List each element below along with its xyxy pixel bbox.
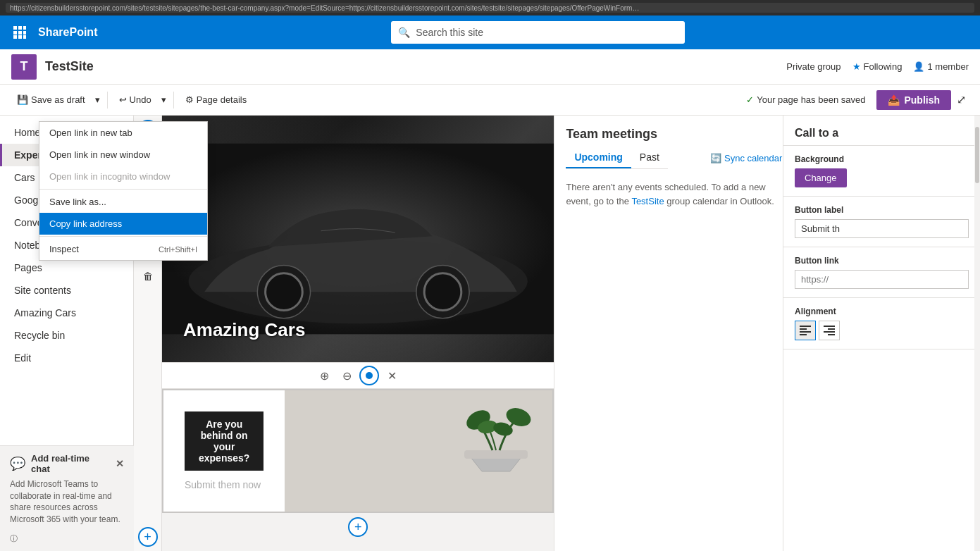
publish-label: Publish (904, 94, 940, 106)
waffle-icon[interactable] (8, 21, 31, 44)
right-panel: Call to a Background Change Button label… (783, 116, 980, 551)
context-open-incognito: Open link in incognito window (39, 166, 207, 187)
undo-icon: ↩ (119, 94, 127, 105)
delete-section-button[interactable]: 🗑 (137, 265, 159, 287)
add-webpart-bottom-button[interactable]: + (138, 527, 158, 547)
svg-rect-28 (828, 334, 835, 335)
cta-inner: Are you behind on your expenses? Submit … (163, 390, 552, 512)
sidebar-item-site-contents[interactable]: Site contents (0, 279, 133, 302)
section-controls-bar: ⊕ ⊖ ✕ (162, 362, 554, 389)
button-link-input[interactable] (795, 270, 969, 289)
page-content: Amazing Cars ⊕ ⊖ ✕ Are you behind on you… (162, 116, 783, 551)
teams-chat-widget: 💬 Add real-time chat ✕ Add Microsoft Tea… (0, 445, 134, 551)
add-section-row: + (162, 513, 554, 541)
teams-chat-header: 💬 Add real-time chat ✕ (10, 453, 124, 474)
app-name[interactable]: SharePoint (38, 26, 97, 39)
alignment-section: Alignment (783, 298, 980, 349)
checkmark-icon: ✓ (746, 94, 754, 105)
person-icon: 👤 (913, 61, 924, 72)
align-right-button[interactable] (819, 321, 840, 340)
tab-upcoming[interactable]: Upcoming (566, 147, 631, 168)
context-inspect[interactable]: Inspect Ctrl+Shift+I (39, 238, 207, 260)
url-text: https://citizensbuildersstorepoint.com/s… (10, 4, 644, 12)
page-details-label: Page details (197, 94, 247, 105)
save-icon: 💾 (17, 94, 28, 105)
search-box[interactable]: 🔍 Search this site (391, 21, 685, 44)
saved-message: ✓ Your page has been saved (746, 94, 865, 105)
save-dropdown-button[interactable]: ▾ (94, 92, 101, 108)
background-label: Background (795, 154, 969, 164)
publish-button[interactable]: 📤 Publish (876, 90, 951, 110)
cta-link[interactable]: Submit them now (185, 479, 263, 490)
svg-rect-26 (828, 328, 835, 330)
alignment-buttons (795, 321, 969, 340)
context-open-new-tab[interactable]: Open link in new tab (39, 122, 207, 144)
team-meetings-empty-message: There aren't any events scheduled. To ad… (566, 180, 782, 208)
toolbar-divider-2 (173, 92, 174, 109)
cta-image-area (285, 390, 552, 512)
cta-button[interactable]: Are you behind on your expenses? (185, 411, 263, 471)
zoom-fit-button[interactable] (359, 366, 379, 385)
button-label-input[interactable] (795, 219, 969, 238)
scroll-thumb[interactable] (975, 127, 979, 183)
close-section-button[interactable]: ✕ (382, 366, 402, 385)
svg-rect-3 (13, 31, 17, 35)
page-details-button[interactable]: ⚙ Page details (180, 92, 253, 108)
teams-info-icon: ⓘ (10, 534, 18, 543)
cta-content: Are you behind on your expenses? Submit … (163, 390, 285, 512)
context-save-link[interactable]: Save link as... (39, 191, 207, 213)
button-link-section: Button link (783, 247, 980, 298)
button-label-section: Button label (783, 197, 980, 247)
team-meetings-tabs-row: Upcoming Past 🔄 Sync calendar (566, 147, 782, 169)
svg-rect-23 (800, 331, 811, 333)
sidebar-item-amazing-cars[interactable]: Amazing Cars (0, 302, 133, 324)
svg-rect-2 (23, 26, 26, 30)
members-label: 👤 1 member (913, 61, 969, 72)
context-separator-2 (39, 236, 207, 237)
sidebar-item-recycle-bin[interactable]: Recycle bin (0, 324, 133, 347)
url-bar[interactable]: https://citizensbuildersstorepoint.com/s… (6, 3, 974, 13)
svg-rect-25 (824, 326, 835, 327)
svg-rect-4 (18, 31, 22, 35)
alignment-label: Alignment (795, 307, 969, 316)
tab-past[interactable]: Past (631, 147, 668, 168)
search-icon: 🔍 (398, 27, 410, 38)
context-separator-1 (39, 189, 207, 190)
zoom-out-button[interactable]: ⊖ (337, 366, 356, 385)
button-link-label: Button link (795, 256, 969, 266)
svg-rect-5 (23, 31, 26, 35)
save-as-draft-button[interactable]: 💾 Save as draft (11, 92, 91, 108)
browser-bar: https://citizensbuildersstorepoint.com/s… (0, 0, 980, 16)
edit-toolbar: 💾 Save as draft ▾ ↩ Undo ▾ ⚙ Page detail… (0, 85, 980, 116)
site-logo: T (11, 54, 37, 80)
svg-rect-21 (800, 326, 811, 327)
expand-button[interactable]: ⤢ (954, 90, 969, 109)
undo-dropdown-button[interactable]: ▾ (160, 92, 168, 108)
sync-calendar-button[interactable]: 🔄 Sync calendar (710, 153, 782, 163)
svg-point-14 (424, 273, 461, 311)
publish-icon: 📤 (888, 94, 900, 106)
hero-title: Amazing Cars (183, 319, 305, 341)
hero-image-container: Amazing Cars (162, 116, 554, 362)
change-background-button[interactable]: Change (795, 168, 847, 187)
add-bottom-button[interactable]: + (348, 517, 368, 537)
team-meetings-title: Team meetings (566, 127, 782, 142)
svg-rect-0 (13, 26, 17, 30)
following-button[interactable]: ★ Following (852, 61, 903, 72)
sidebar-item-edit[interactable]: Edit (0, 347, 133, 369)
svg-point-13 (266, 273, 303, 311)
team-meetings-panel: Team meetings Upcoming Past 🔄 Sync calen… (554, 116, 783, 551)
teams-chat-title: Add real-time chat (31, 453, 110, 474)
context-open-new-window[interactable]: Open link in new window (39, 144, 207, 166)
hero-section: Amazing Cars ⊕ ⊖ ✕ Are you behind on you… (162, 116, 554, 551)
hero-and-meetings-row: Amazing Cars ⊕ ⊖ ✕ Are you behind on you… (162, 116, 783, 551)
top-navigation: SharePoint 🔍 Search this site (0, 16, 980, 49)
teams-icon: 💬 (10, 456, 25, 471)
align-left-button[interactable] (795, 321, 816, 340)
context-copy-link[interactable]: Copy link address (39, 213, 207, 235)
testsite-calendar-link[interactable]: TestSite (631, 196, 664, 206)
context-menu: Open link in new tab Open link in new wi… (39, 121, 208, 261)
teams-close-button[interactable]: ✕ (116, 458, 124, 469)
zoom-in-button[interactable]: ⊕ (314, 366, 334, 385)
undo-button[interactable]: ↩ Undo (113, 92, 157, 108)
